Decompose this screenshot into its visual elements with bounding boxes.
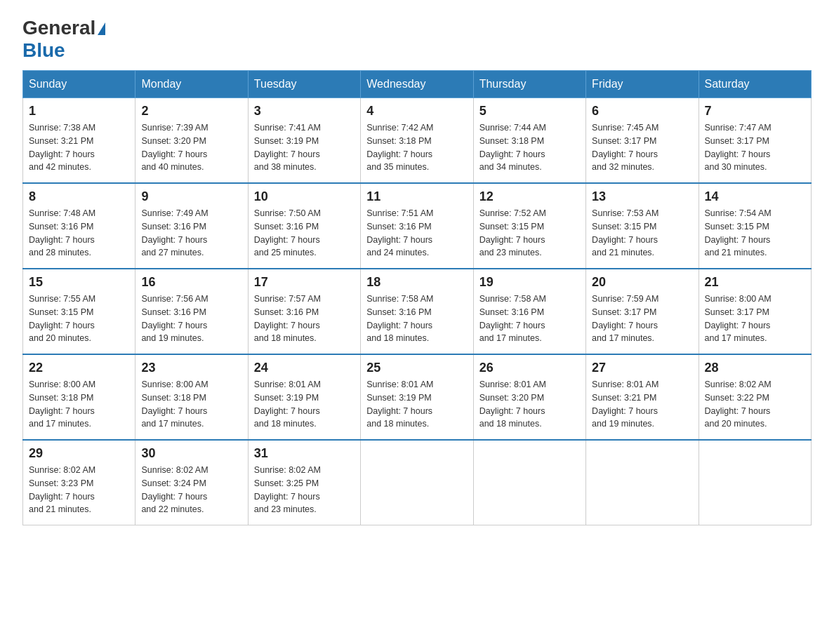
day-info: Sunrise: 8:00 AM Sunset: 3:18 PM Dayligh… [29,378,129,431]
calendar-cell: 9 Sunrise: 7:49 AM Sunset: 3:16 PM Dayli… [135,183,248,269]
day-info: Sunrise: 8:02 AM Sunset: 3:24 PM Dayligh… [141,464,241,516]
logo: General Blue [22,17,105,62]
weekday-header-monday: Monday [135,71,248,98]
day-number: 15 [29,275,129,290]
calendar-cell: 24 Sunrise: 8:01 AM Sunset: 3:19 PM Dayl… [248,354,360,440]
weekday-header-thursday: Thursday [473,71,585,98]
day-number: 22 [29,361,129,375]
day-info: Sunrise: 7:59 AM Sunset: 3:17 PM Dayligh… [592,293,692,345]
calendar-week-row: 22 Sunrise: 8:00 AM Sunset: 3:18 PM Dayl… [23,354,812,440]
calendar-week-row: 1 Sunrise: 7:38 AM Sunset: 3:21 PM Dayli… [23,98,812,184]
day-info: Sunrise: 7:58 AM Sunset: 3:16 PM Dayligh… [479,293,580,345]
day-number: 25 [366,361,467,375]
calendar-cell: 25 Sunrise: 8:01 AM Sunset: 3:19 PM Dayl… [361,354,473,440]
calendar-cell [699,440,811,525]
day-info: Sunrise: 8:00 AM Sunset: 3:18 PM Dayligh… [141,378,241,431]
day-info: Sunrise: 7:54 AM Sunset: 3:15 PM Dayligh… [705,207,805,260]
calendar-cell: 2 Sunrise: 7:39 AM Sunset: 3:20 PM Dayli… [135,98,248,184]
day-number: 28 [705,361,805,375]
day-info: Sunrise: 8:01 AM Sunset: 3:20 PM Dayligh… [479,378,580,431]
calendar-cell: 6 Sunrise: 7:45 AM Sunset: 3:17 PM Dayli… [586,98,699,184]
logo-general-text: General [22,17,95,39]
day-number: 17 [254,275,355,290]
day-info: Sunrise: 7:44 AM Sunset: 3:18 PM Dayligh… [479,121,580,174]
day-info: Sunrise: 7:52 AM Sunset: 3:15 PM Dayligh… [479,207,580,260]
weekday-header-row: SundayMondayTuesdayWednesdayThursdayFrid… [23,71,812,98]
day-number: 26 [479,361,580,375]
calendar-cell: 31 Sunrise: 8:02 AM Sunset: 3:25 PM Dayl… [248,440,360,525]
calendar-cell: 7 Sunrise: 7:47 AM Sunset: 3:17 PM Dayli… [699,98,811,184]
day-info: Sunrise: 7:56 AM Sunset: 3:16 PM Dayligh… [141,293,241,345]
calendar-cell: 17 Sunrise: 7:57 AM Sunset: 3:16 PM Dayl… [248,269,360,354]
day-number: 5 [479,104,580,119]
day-number: 19 [479,275,580,290]
day-number: 6 [592,104,692,119]
day-info: Sunrise: 8:02 AM Sunset: 3:25 PM Dayligh… [254,464,355,516]
day-number: 3 [254,104,355,119]
day-number: 1 [29,104,129,119]
weekday-header-tuesday: Tuesday [248,71,360,98]
weekday-header-sunday: Sunday [23,71,135,98]
calendar-cell: 1 Sunrise: 7:38 AM Sunset: 3:21 PM Dayli… [23,98,135,184]
day-info: Sunrise: 8:02 AM Sunset: 3:23 PM Dayligh… [29,464,129,516]
day-info: Sunrise: 7:50 AM Sunset: 3:16 PM Dayligh… [254,207,355,260]
day-number: 31 [254,446,355,461]
calendar-cell: 13 Sunrise: 7:53 AM Sunset: 3:15 PM Dayl… [586,183,699,269]
day-info: Sunrise: 8:01 AM Sunset: 3:21 PM Dayligh… [592,378,692,431]
day-info: Sunrise: 7:49 AM Sunset: 3:16 PM Dayligh… [141,207,241,260]
calendar-cell: 3 Sunrise: 7:41 AM Sunset: 3:19 PM Dayli… [248,98,360,184]
weekday-header-saturday: Saturday [699,71,811,98]
day-info: Sunrise: 7:42 AM Sunset: 3:18 PM Dayligh… [366,121,467,174]
calendar-week-row: 15 Sunrise: 7:55 AM Sunset: 3:15 PM Dayl… [23,269,812,354]
weekday-header-wednesday: Wednesday [361,71,473,98]
logo-blue-text: Blue [22,39,65,61]
day-info: Sunrise: 8:00 AM Sunset: 3:17 PM Dayligh… [705,293,805,345]
page-header: General Blue [22,17,812,62]
day-number: 9 [141,189,241,204]
day-info: Sunrise: 7:41 AM Sunset: 3:19 PM Dayligh… [254,121,355,174]
day-number: 18 [366,275,467,290]
day-number: 14 [705,189,805,204]
calendar-cell [586,440,699,525]
day-number: 23 [141,361,241,375]
day-info: Sunrise: 8:01 AM Sunset: 3:19 PM Dayligh… [366,378,467,431]
calendar-cell: 18 Sunrise: 7:58 AM Sunset: 3:16 PM Dayl… [361,269,473,354]
calendar-cell: 21 Sunrise: 8:00 AM Sunset: 3:17 PM Dayl… [699,269,811,354]
day-info: Sunrise: 7:45 AM Sunset: 3:17 PM Dayligh… [592,121,692,174]
day-info: Sunrise: 8:01 AM Sunset: 3:19 PM Dayligh… [254,378,355,431]
day-number: 20 [592,275,692,290]
day-info: Sunrise: 7:48 AM Sunset: 3:16 PM Dayligh… [29,207,129,260]
calendar-cell: 29 Sunrise: 8:02 AM Sunset: 3:23 PM Dayl… [23,440,135,525]
calendar-cell: 16 Sunrise: 7:56 AM Sunset: 3:16 PM Dayl… [135,269,248,354]
calendar-cell [473,440,585,525]
day-number: 2 [141,104,241,119]
day-info: Sunrise: 7:58 AM Sunset: 3:16 PM Dayligh… [366,293,467,345]
day-number: 4 [366,104,467,119]
calendar-cell: 11 Sunrise: 7:51 AM Sunset: 3:16 PM Dayl… [361,183,473,269]
calendar-cell [361,440,473,525]
calendar-week-row: 29 Sunrise: 8:02 AM Sunset: 3:23 PM Dayl… [23,440,812,525]
calendar-week-row: 8 Sunrise: 7:48 AM Sunset: 3:16 PM Dayli… [23,183,812,269]
day-info: Sunrise: 8:02 AM Sunset: 3:22 PM Dayligh… [705,378,805,431]
day-number: 8 [29,189,129,204]
day-number: 24 [254,361,355,375]
calendar-cell: 22 Sunrise: 8:00 AM Sunset: 3:18 PM Dayl… [23,354,135,440]
day-number: 21 [705,275,805,290]
calendar-table: SundayMondayTuesdayWednesdayThursdayFrid… [22,70,812,525]
calendar-cell: 20 Sunrise: 7:59 AM Sunset: 3:17 PM Dayl… [586,269,699,354]
day-number: 10 [254,189,355,204]
day-number: 30 [141,446,241,461]
calendar-cell: 5 Sunrise: 7:44 AM Sunset: 3:18 PM Dayli… [473,98,585,184]
day-info: Sunrise: 7:55 AM Sunset: 3:15 PM Dayligh… [29,293,129,345]
calendar-cell: 15 Sunrise: 7:55 AM Sunset: 3:15 PM Dayl… [23,269,135,354]
weekday-header-friday: Friday [586,71,699,98]
calendar-cell: 12 Sunrise: 7:52 AM Sunset: 3:15 PM Dayl… [473,183,585,269]
calendar-cell: 10 Sunrise: 7:50 AM Sunset: 3:16 PM Dayl… [248,183,360,269]
day-info: Sunrise: 7:53 AM Sunset: 3:15 PM Dayligh… [592,207,692,260]
day-number: 7 [705,104,805,119]
day-number: 12 [479,189,580,204]
day-number: 11 [366,189,467,204]
day-info: Sunrise: 7:39 AM Sunset: 3:20 PM Dayligh… [141,121,241,174]
calendar-cell: 4 Sunrise: 7:42 AM Sunset: 3:18 PM Dayli… [361,98,473,184]
day-info: Sunrise: 7:47 AM Sunset: 3:17 PM Dayligh… [705,121,805,174]
